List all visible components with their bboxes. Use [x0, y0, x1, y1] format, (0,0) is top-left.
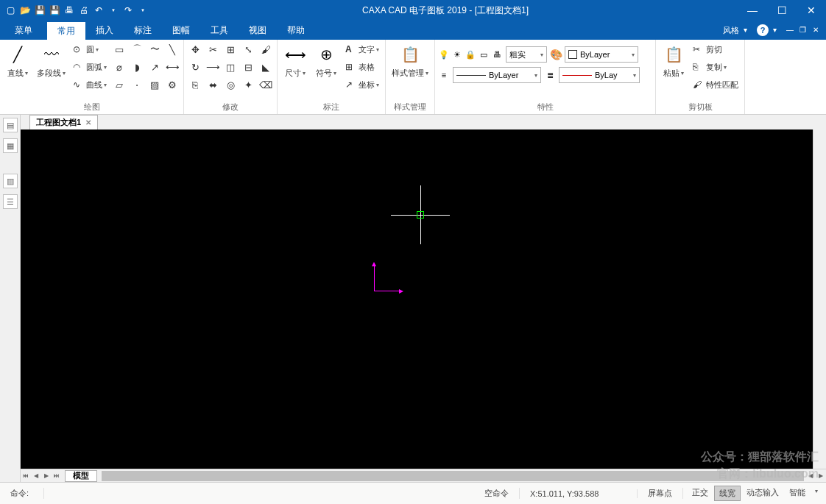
offset-icon[interactable]: ◎ — [222, 77, 239, 93]
coord-button[interactable]: ↗坐标▾ — [342, 77, 382, 93]
line-button[interactable]: ╱ 直线▾ — [3, 41, 32, 80]
rotate-icon[interactable]: ↻ — [187, 59, 203, 75]
maximize-button[interactable]: ☐ — [767, 0, 797, 21]
style-label[interactable]: 风格 — [723, 25, 739, 36]
status-drop-icon[interactable]: ▾ — [811, 486, 822, 496]
rline-icon[interactable]: ╲ — [164, 41, 180, 57]
lineweight-combo[interactable]: ByLay▾ — [559, 67, 640, 83]
rect2-icon[interactable]: ▱ — [111, 77, 127, 93]
vertical-scrollbar[interactable] — [813, 129, 826, 469]
dynamic-input-toggle[interactable]: 动态输入 — [742, 486, 783, 501]
point-icon[interactable]: ⋅ — [129, 77, 145, 93]
hatch-icon[interactable]: ▨ — [147, 77, 163, 93]
camera-icon[interactable]: ⌀ — [111, 59, 127, 75]
mdi-close-icon[interactable]: ✕ — [813, 26, 822, 35]
bulb-icon[interactable]: 💡 — [438, 49, 450, 60]
screen-point[interactable]: 屏幕点 — [638, 488, 683, 499]
frame-icon[interactable]: ▭ — [478, 49, 490, 60]
mirror-icon[interactable]: ◫ — [222, 59, 239, 75]
linetype2-combo[interactable]: ByLayer▾ — [453, 67, 541, 83]
brush-icon[interactable]: 🖌 — [258, 41, 274, 57]
help-drop-icon[interactable]: ▾ — [773, 26, 782, 35]
drawing-canvas[interactable] — [21, 129, 813, 469]
plot-icon[interactable]: 🖶 — [63, 4, 75, 16]
text-button[interactable]: A文字▾ — [342, 41, 382, 57]
style-manager-button[interactable]: 📋 样式管理▾ — [389, 41, 431, 80]
minimize-button[interactable]: — — [738, 0, 767, 21]
color-wheel-icon[interactable]: 🎨 — [550, 49, 562, 60]
scroll-left-icon[interactable]: ◀ — [805, 471, 816, 481]
linetype-combo[interactable]: 粗实▾ — [506, 46, 547, 63]
dimension-button[interactable]: ⟷ 尺寸▾ — [280, 41, 310, 80]
tab-help[interactable]: 帮助 — [277, 21, 315, 40]
move-icon[interactable]: ✥ — [187, 41, 203, 57]
tab-frame[interactable]: 图幅 — [162, 21, 200, 40]
saveall-icon[interactable]: 💾 — [49, 4, 60, 16]
palette-3-icon[interactable]: ▥ — [3, 174, 18, 188]
gear-icon[interactable]: ⚙ — [164, 77, 180, 93]
redo-icon[interactable]: ↷ — [122, 4, 134, 16]
arc2-icon[interactable]: ⌒ — [129, 41, 145, 57]
lock-icon[interactable]: 🔒 — [465, 49, 476, 60]
linetype-icon[interactable]: ≡ — [438, 69, 450, 81]
lineweight-toggle[interactable]: 线宽 — [714, 486, 741, 501]
stretch-icon[interactable]: ⬌ — [205, 77, 221, 93]
arc-button[interactable]: ◠圆弧▾ — [70, 59, 110, 75]
plot-icon[interactable]: 🖶 — [491, 49, 503, 60]
nav-first-icon[interactable]: ⏮ — [21, 471, 31, 481]
flag-icon[interactable]: ↗ — [147, 59, 163, 75]
sun-icon[interactable]: ☀ — [451, 49, 463, 60]
mdi-min-icon[interactable]: — — [786, 26, 795, 35]
table-button[interactable]: ⊞表格 — [342, 59, 382, 75]
match-button[interactable]: 🖌特性匹配 — [690, 77, 741, 93]
document-tab[interactable]: 工程图文档1 ✕ — [29, 115, 98, 129]
new-icon[interactable]: ▢ — [4, 4, 16, 16]
copy-icon[interactable]: ⎘ — [187, 77, 203, 93]
mdi-restore-icon[interactable]: ❐ — [799, 26, 808, 35]
style-drop-icon[interactable]: ▾ — [744, 26, 752, 35]
tab-view[interactable]: 视图 — [239, 21, 277, 40]
copy-button[interactable]: ⎘复制▾ — [690, 59, 741, 75]
undo-icon[interactable]: ↶ — [93, 4, 105, 16]
array-icon[interactable]: ⊞ — [222, 41, 239, 57]
trim-icon[interactable]: ✂ — [205, 41, 221, 57]
palette-1-icon[interactable]: ▤ — [3, 118, 18, 132]
erase-icon[interactable]: ⌫ — [258, 77, 274, 93]
undo-drop-icon[interactable]: ▼ — [107, 4, 119, 16]
redo-drop-icon[interactable]: ▼ — [137, 4, 149, 16]
curve-button[interactable]: ∿曲线▾ — [70, 77, 110, 93]
circle-button[interactable]: ⊙圆▾ — [70, 41, 110, 57]
chamfer-icon[interactable]: ◣ — [258, 59, 274, 75]
tab-tools[interactable]: 工具 — [200, 21, 239, 40]
palette-4-icon[interactable]: ☰ — [3, 194, 18, 209]
cut-button[interactable]: ✂剪切 — [690, 41, 741, 57]
explode-icon[interactable]: ✦ — [240, 77, 256, 93]
polyline-button[interactable]: 〰 多段线▾ — [34, 41, 68, 80]
wave-icon[interactable]: 〜 — [147, 41, 163, 57]
horizontal-scrollbar[interactable] — [102, 471, 804, 481]
document-tab-close-icon[interactable]: ✕ — [85, 118, 91, 127]
paren-icon[interactable]: ◗ — [129, 59, 145, 75]
save-icon[interactable]: 💾 — [34, 4, 46, 16]
scroll-right-icon[interactable]: ▶ — [816, 471, 826, 481]
tab-insert[interactable]: 插入 — [85, 21, 124, 40]
break-icon[interactable]: ⊟ — [240, 59, 256, 75]
ortho-toggle[interactable]: 正交 — [688, 486, 713, 501]
palette-2-icon[interactable]: ▦ — [3, 138, 18, 153]
tab-common[interactable]: 常用 — [47, 21, 85, 40]
file-menu[interactable]: 菜单 — [0, 21, 47, 40]
nav-next-icon[interactable]: ▶ — [41, 471, 52, 481]
help-icon[interactable]: ? — [757, 24, 769, 36]
print-icon[interactable]: 🖨 — [78, 4, 90, 16]
paste-button[interactable]: 📋 粘贴▾ — [659, 41, 688, 80]
extend-icon[interactable]: ⟶ — [205, 59, 221, 75]
tab-annotate[interactable]: 标注 — [124, 21, 162, 40]
dim-icon[interactable]: ⟷ — [164, 59, 180, 75]
symbol-button[interactable]: ⊕ 符号▾ — [311, 41, 341, 80]
model-tab[interactable]: 模型 — [65, 470, 97, 482]
lineweight-icon[interactable]: ≣ — [544, 69, 556, 81]
rect-icon[interactable]: ▭ — [111, 41, 127, 57]
close-button[interactable]: ✕ — [797, 0, 826, 21]
layer-combo[interactable]: ByLayer▾ — [565, 46, 638, 63]
scale-icon[interactable]: ⤡ — [240, 41, 256, 57]
